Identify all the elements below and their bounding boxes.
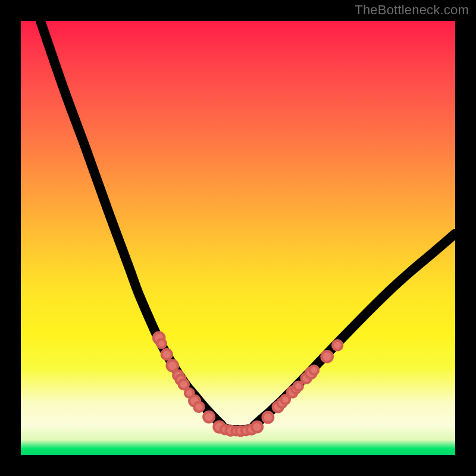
data-marker	[294, 382, 303, 391]
data-marker	[157, 339, 166, 348]
plot-svg	[21, 21, 455, 455]
chart-frame: TheBottleneck.com	[0, 0, 476, 476]
data-markers	[154, 333, 342, 436]
data-marker	[333, 340, 342, 350]
bottleneck-curve	[40, 21, 455, 430]
data-marker	[263, 412, 274, 423]
data-marker	[252, 422, 262, 433]
data-marker	[309, 366, 318, 375]
data-marker	[203, 412, 214, 422]
watermark-label: TheBottleneck.com	[355, 2, 469, 18]
data-marker	[162, 349, 172, 359]
data-marker	[179, 380, 189, 389]
data-marker	[194, 402, 203, 412]
data-marker	[322, 351, 333, 362]
plot-area	[21, 21, 455, 455]
